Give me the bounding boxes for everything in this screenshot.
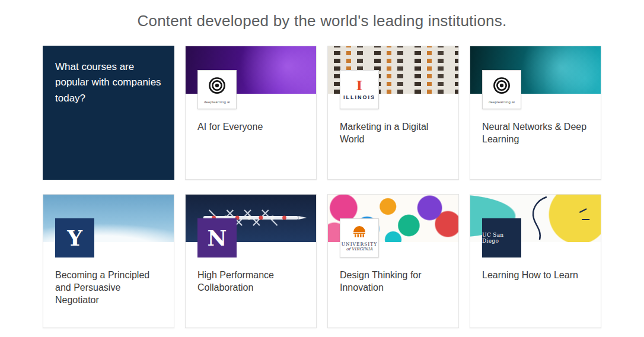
- course-card-marketing-digital-world[interactable]: I ILLINOIS Marketing in a Digital World: [327, 46, 459, 180]
- uva-rotunda-icon: [351, 225, 368, 240]
- course-card-high-performance-collaboration[interactable]: N High Performance Collaboration: [185, 194, 317, 328]
- course-title: High Performance Collaboration: [197, 269, 304, 294]
- illinois-block-i-icon: I: [356, 79, 362, 92]
- course-card-grid: What courses are popular with companies …: [43, 46, 601, 328]
- uva-logo-text-line1: UNIVERSITY: [342, 241, 377, 247]
- deeplearning-ai-logo: deeplearning.ai: [197, 70, 237, 109]
- course-card-design-thinking[interactable]: UNIVERSITY of VIRGINIA Design Thinking f…: [327, 194, 459, 328]
- promo-card-text: What courses are popular with companies …: [55, 61, 161, 104]
- uva-logo-text-line2: of VIRGINIA: [346, 247, 372, 252]
- ucsd-logo-text: UC San Diego: [482, 232, 521, 244]
- northwestern-n-icon: N: [208, 227, 227, 249]
- course-card-ai-for-everyone[interactable]: deeplearning.ai AI for Everyone: [185, 46, 317, 180]
- university-of-illinois-logo: I ILLINOIS: [340, 70, 379, 109]
- deeplearning-spiral-icon: [206, 75, 228, 99]
- course-card-neural-networks[interactable]: deeplearning.ai Neural Networks & Deep L…: [470, 46, 601, 180]
- illinois-logo-text: ILLINOIS: [343, 94, 375, 100]
- course-card-learning-how-to-learn[interactable]: UC San Diego Learning How to Learn: [470, 194, 601, 328]
- deeplearning-ai-logo-text: deeplearning.ai: [489, 100, 515, 104]
- page-title: Content developed by the world's leading…: [0, 0, 644, 30]
- course-title: Becoming a Principled and Persuasive Neg…: [55, 269, 162, 306]
- course-title: Design Thinking for Innovation: [340, 269, 447, 294]
- deeplearning-spiral-icon: [491, 75, 512, 99]
- yale-y-icon: Y: [67, 227, 82, 249]
- deeplearning-ai-logo: deeplearning.ai: [482, 70, 521, 109]
- course-title: Learning How to Learn: [482, 269, 589, 282]
- institutions-section: Content developed by the world's leading…: [0, 0, 644, 337]
- course-title: AI for Everyone: [197, 121, 304, 133]
- yale-logo: Y: [55, 218, 94, 257]
- course-title: Neural Networks & Deep Learning: [482, 121, 589, 146]
- northwestern-logo: N: [197, 218, 237, 257]
- university-of-virginia-logo: UNIVERSITY of VIRGINIA: [340, 218, 379, 257]
- course-title: Marketing in a Digital World: [340, 121, 447, 146]
- promo-card-popular-courses: What courses are popular with companies …: [43, 46, 174, 180]
- deeplearning-ai-logo-text: deeplearning.ai: [204, 100, 230, 104]
- course-card-persuasive-negotiator[interactable]: Y Becoming a Principled and Persuasive N…: [43, 194, 174, 328]
- uc-san-diego-logo: UC San Diego: [482, 218, 521, 257]
